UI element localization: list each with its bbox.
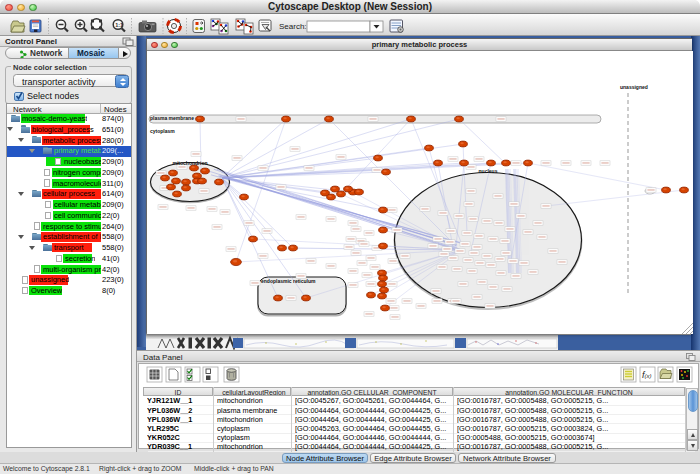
svg-text:unassigned: unassigned bbox=[620, 84, 648, 90]
svg-text:mitochondrion: mitochondrion bbox=[173, 160, 208, 166]
svg-text:nucleus: nucleus bbox=[479, 168, 498, 174]
svg-text:1:1: 1:1 bbox=[115, 22, 123, 28]
svg-text:cytoplasm: cytoplasm bbox=[150, 128, 175, 134]
svg-text:Search:: Search: bbox=[279, 22, 307, 31]
svg-text:plasma membrane: plasma membrane bbox=[150, 115, 194, 121]
svg-text:endoplasmic reticulum: endoplasmic reticulum bbox=[261, 278, 316, 284]
